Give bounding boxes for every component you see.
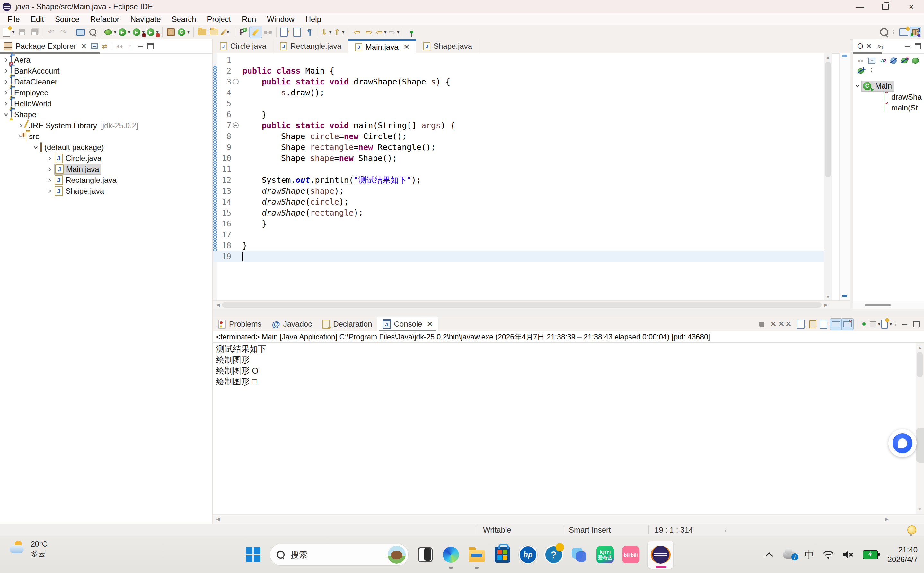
menu-search[interactable]: Search xyxy=(166,14,202,25)
redo-button[interactable]: ↷ xyxy=(58,26,70,38)
quick-search-button[interactable] xyxy=(878,26,890,38)
previous-annotation-button[interactable]: ⇑▼ xyxy=(333,26,346,38)
new-java-project-button[interactable] xyxy=(165,26,177,38)
volume-muted-icon[interactable] xyxy=(843,551,854,559)
focus-on-active-task-button[interactable]: ●● xyxy=(115,41,125,51)
scrollbar-thumb[interactable] xyxy=(825,62,831,177)
console-maximize-button[interactable] xyxy=(910,319,922,330)
code-line[interactable]: 15drawShape(rectangle); xyxy=(213,208,832,218)
remove-launch-button[interactable]: ✕ xyxy=(768,319,779,330)
menu-edit[interactable]: Edit xyxy=(25,14,50,25)
window-minimize-button[interactable]: — xyxy=(847,0,872,14)
word-wrap-button[interactable]: ↵ xyxy=(819,319,830,330)
tree-item-project[interactable]: BankAccount xyxy=(0,66,212,77)
save-all-button[interactable] xyxy=(28,26,41,38)
menu-navigate[interactable]: Navigate xyxy=(125,14,166,25)
code-line[interactable]: 5 xyxy=(213,98,832,109)
taskbar-hp[interactable]: hp xyxy=(519,545,537,564)
scrollbar-thumb[interactable] xyxy=(917,352,923,377)
code-line[interactable]: 11 xyxy=(213,164,832,175)
taskbar-microsoft-store[interactable] xyxy=(493,545,511,564)
scroll-left-arrow[interactable]: ◀ xyxy=(214,515,222,523)
link-with-editor-button[interactable]: ●● xyxy=(262,26,274,38)
open-type-button[interactable] xyxy=(196,26,208,38)
focus-button[interactable]: ●● xyxy=(855,56,866,66)
collapse-all-button[interactable]: − xyxy=(90,41,99,51)
export-button[interactable] xyxy=(208,26,220,38)
mark-occurrences-toggle[interactable] xyxy=(250,26,262,38)
scroll-down-arrow[interactable]: ▼ xyxy=(824,293,832,301)
tab-circle-java[interactable]: JCircle.java xyxy=(213,39,273,53)
tree-item-rectangle-java[interactable]: J Rectangle.java xyxy=(0,175,212,186)
window-restore-button[interactable] xyxy=(872,0,898,14)
tab-declaration[interactable]: Declaration xyxy=(317,317,377,331)
outline-horizontal-scrollbar[interactable] xyxy=(853,301,924,309)
menu-window[interactable]: Window xyxy=(261,14,300,25)
pin-editor-button[interactable] xyxy=(406,26,418,38)
console-view-menu[interactable]: ⁞ xyxy=(895,321,897,327)
ime-indicator[interactable]: 中 xyxy=(805,549,814,561)
coverage-button[interactable]: ▶▼ xyxy=(132,26,146,38)
menu-run[interactable]: Run xyxy=(236,14,261,25)
next-annotation-button[interactable]: ⇓▼ xyxy=(320,26,333,38)
window-close-button[interactable]: × xyxy=(898,0,924,14)
taskbar-eclipse-active[interactable] xyxy=(647,545,674,564)
tree-item-jre-library[interactable]: JRE System Library [jdk-25.0.2] xyxy=(0,120,212,131)
back-button[interactable]: ⇦▼ xyxy=(375,26,388,38)
hide-non-public-button[interactable] xyxy=(910,56,921,66)
notifications-icon[interactable] xyxy=(907,526,916,534)
explorer-maximize-button[interactable] xyxy=(146,41,155,51)
run-button[interactable]: ▶▼ xyxy=(118,26,132,38)
taskbar-iqiyi[interactable]: iQIYI爱奇艺 xyxy=(596,545,614,564)
open-search-dialog-button[interactable] xyxy=(87,26,99,38)
link-with-editor-toggle[interactable]: ⇄ xyxy=(100,41,109,51)
pin-console-button[interactable] xyxy=(858,319,870,330)
overview-ruler[interactable] xyxy=(839,53,851,301)
debug-button[interactable]: ▼ xyxy=(104,26,118,38)
taskbar-hp-support[interactable]: ? xyxy=(544,545,563,564)
menu-source[interactable]: Source xyxy=(50,14,85,25)
open-console-button[interactable]: ▼ xyxy=(881,319,893,330)
taskbar-weather-widget[interactable]: 20°C 多云 xyxy=(9,539,47,559)
hide-static-members-button[interactable]: S xyxy=(899,56,910,66)
hide-local-types-button[interactable]: L xyxy=(855,66,866,76)
tab-close-icon[interactable]: ✕ xyxy=(427,319,433,329)
tab-console[interactable]: JConsole✕ xyxy=(377,317,438,331)
explorer-minimize-button[interactable] xyxy=(136,41,145,51)
taskbar-search-box[interactable]: 搜索 xyxy=(270,544,408,566)
external-tools-button[interactable]: ▶▼ xyxy=(146,26,160,38)
tab-close-icon[interactable]: ✕ xyxy=(404,43,410,52)
tray-clock[interactable]: 21:40 2026/4/7 xyxy=(888,545,918,564)
editor-vertical-scrollbar[interactable]: ▲ ▼ xyxy=(824,53,832,301)
new-java-class-button[interactable]: C▼ xyxy=(177,26,191,38)
taskbar-bilibili[interactable]: bilibili xyxy=(621,545,640,564)
open-console-view-button[interactable] xyxy=(75,26,87,38)
menu-refactor[interactable]: Refactor xyxy=(85,14,125,25)
next-change-button[interactable]: ↵ xyxy=(279,26,291,38)
code-line[interactable]: 2public class Main { xyxy=(213,66,832,77)
search-highlight-image[interactable] xyxy=(388,546,406,564)
code-line[interactable]: 10Shape shape=new Shape(); xyxy=(213,153,832,164)
taskbar-file-explorer[interactable] xyxy=(467,545,486,564)
collapse-all-button[interactable]: − xyxy=(866,56,877,66)
assistant-floating-button[interactable] xyxy=(888,429,917,457)
plugin-button[interactable]: PC xyxy=(237,26,250,38)
save-button[interactable] xyxy=(16,26,28,38)
annotate-button[interactable]: ▼ xyxy=(220,26,233,38)
tree-item-src[interactable]: src xyxy=(0,131,212,142)
toolbar-drag-handle[interactable]: ⁞ xyxy=(893,29,895,36)
tree-item-project[interactable]: HelloWorld xyxy=(0,98,212,109)
code-line[interactable]: 14drawShape(circle); xyxy=(213,197,832,208)
tab-main-java[interactable]: JMain.java✕ xyxy=(348,39,416,53)
scrollbar-thumb[interactable] xyxy=(865,304,891,307)
task-view-button[interactable] xyxy=(416,545,435,564)
menu-file[interactable]: File xyxy=(2,14,25,25)
show-whitespace-button[interactable]: ¶ xyxy=(303,26,315,38)
outline-item-main-class[interactable]: C Main xyxy=(853,81,924,92)
outline-item-drawshape-method[interactable]: S drawSha xyxy=(853,92,924,102)
editor-horizontal-scrollbar[interactable]: ◀ ▶ xyxy=(213,300,851,309)
scrollbar-thumb[interactable] xyxy=(222,302,822,308)
scroll-left-arrow[interactable]: ◀ xyxy=(214,301,222,308)
next-edit-location-button[interactable]: ⇨ xyxy=(363,26,375,38)
outline-maximize-button[interactable] xyxy=(913,41,923,51)
